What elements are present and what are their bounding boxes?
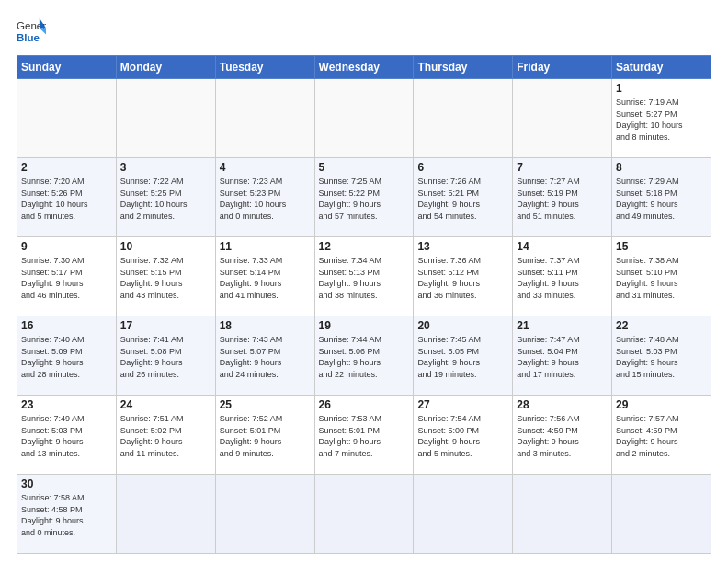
day-info: Sunrise: 7:29 AM Sunset: 5:18 PM Dayligh… [616,176,707,222]
calendar-cell: 24Sunrise: 7:51 AM Sunset: 5:02 PM Dayli… [116,396,215,475]
day-number: 8 [616,161,707,174]
calendar-cell: 22Sunrise: 7:48 AM Sunset: 5:03 PM Dayli… [612,316,711,396]
calendar-cell: 23Sunrise: 7:49 AM Sunset: 5:03 PM Dayli… [17,396,117,475]
calendar-day-header: Friday [513,56,612,79]
calendar-cell: 8Sunrise: 7:29 AM Sunset: 5:18 PM Daylig… [612,158,711,237]
day-number: 12 [319,240,410,253]
day-info: Sunrise: 7:19 AM Sunset: 5:27 PM Dayligh… [616,97,707,143]
day-info: Sunrise: 7:38 AM Sunset: 5:10 PM Dayligh… [616,255,707,301]
day-number: 6 [417,161,508,174]
day-info: Sunrise: 7:58 AM Sunset: 4:58 PM Dayligh… [21,492,112,538]
day-info: Sunrise: 7:26 AM Sunset: 5:21 PM Dayligh… [417,176,508,222]
calendar-week-row: 9Sunrise: 7:30 AM Sunset: 5:17 PM Daylig… [17,237,711,316]
day-number: 1 [616,82,707,95]
day-info: Sunrise: 7:43 AM Sunset: 5:07 PM Dayligh… [220,334,311,380]
calendar-cell: 15Sunrise: 7:38 AM Sunset: 5:10 PM Dayli… [612,237,711,316]
calendar-cell: 1Sunrise: 7:19 AM Sunset: 5:27 PM Daylig… [612,79,711,158]
page: General Blue SundayMondayTuesdayWednesda… [0,0,728,563]
day-number: 30 [21,477,112,490]
svg-text:Blue: Blue [17,32,40,43]
day-number: 24 [120,398,211,411]
calendar-cell [116,475,215,554]
calendar-cell [314,475,414,554]
day-info: Sunrise: 7:34 AM Sunset: 5:13 PM Dayligh… [319,255,410,301]
calendar-cell: 30Sunrise: 7:58 AM Sunset: 4:58 PM Dayli… [17,475,117,554]
day-number: 16 [21,319,112,332]
calendar-cell: 16Sunrise: 7:40 AM Sunset: 5:09 PM Dayli… [17,316,117,396]
calendar-cell [215,79,314,158]
calendar-cell: 19Sunrise: 7:44 AM Sunset: 5:06 PM Dayli… [314,316,414,396]
calendar-day-header: Saturday [612,56,711,79]
calendar-week-row: 1Sunrise: 7:19 AM Sunset: 5:27 PM Daylig… [17,79,711,158]
day-number: 14 [517,240,608,253]
day-number: 27 [417,398,508,411]
calendar-cell: 17Sunrise: 7:41 AM Sunset: 5:08 PM Dayli… [116,316,215,396]
calendar-cell: 12Sunrise: 7:34 AM Sunset: 5:13 PM Dayli… [314,237,414,316]
day-number: 20 [417,319,508,332]
calendar-day-header: Tuesday [215,56,314,79]
calendar-cell [513,79,612,158]
calendar-cell: 11Sunrise: 7:33 AM Sunset: 5:14 PM Dayli… [215,237,314,316]
day-info: Sunrise: 7:30 AM Sunset: 5:17 PM Dayligh… [21,255,112,301]
calendar-week-row: 2Sunrise: 7:20 AM Sunset: 5:26 PM Daylig… [17,158,711,237]
calendar-table: SundayMondayTuesdayWednesdayThursdayFrid… [17,55,711,554]
day-info: Sunrise: 7:52 AM Sunset: 5:01 PM Dayligh… [220,413,311,459]
calendar-day-header: Thursday [414,56,513,79]
calendar-day-header: Sunday [17,56,117,79]
day-info: Sunrise: 7:36 AM Sunset: 5:12 PM Dayligh… [417,255,508,301]
day-number: 26 [319,398,410,411]
calendar-cell: 29Sunrise: 7:57 AM Sunset: 4:59 PM Dayli… [612,396,711,475]
calendar-week-row: 23Sunrise: 7:49 AM Sunset: 5:03 PM Dayli… [17,396,711,475]
day-number: 17 [120,319,211,332]
calendar-cell: 14Sunrise: 7:37 AM Sunset: 5:11 PM Dayli… [513,237,612,316]
day-info: Sunrise: 7:56 AM Sunset: 4:59 PM Dayligh… [517,413,608,459]
day-info: Sunrise: 7:40 AM Sunset: 5:09 PM Dayligh… [21,334,112,380]
day-info: Sunrise: 7:20 AM Sunset: 5:26 PM Dayligh… [21,176,112,222]
day-info: Sunrise: 7:57 AM Sunset: 4:59 PM Dayligh… [616,413,707,459]
calendar-cell: 28Sunrise: 7:56 AM Sunset: 4:59 PM Dayli… [513,396,612,475]
day-number: 29 [616,398,707,411]
day-number: 10 [120,240,211,253]
calendar-cell: 9Sunrise: 7:30 AM Sunset: 5:17 PM Daylig… [17,237,117,316]
day-number: 18 [220,319,311,332]
calendar-cell [612,475,711,554]
day-number: 4 [220,161,311,174]
calendar-cell: 7Sunrise: 7:27 AM Sunset: 5:19 PM Daylig… [513,158,612,237]
day-info: Sunrise: 7:27 AM Sunset: 5:19 PM Dayligh… [517,176,608,222]
calendar-cell: 6Sunrise: 7:26 AM Sunset: 5:21 PM Daylig… [414,158,513,237]
calendar-cell [17,79,117,158]
header: General Blue [17,17,711,46]
day-number: 22 [616,319,707,332]
day-info: Sunrise: 7:41 AM Sunset: 5:08 PM Dayligh… [120,334,211,380]
day-number: 13 [417,240,508,253]
day-number: 15 [616,240,707,253]
calendar-cell [414,475,513,554]
day-info: Sunrise: 7:22 AM Sunset: 5:25 PM Dayligh… [120,176,211,222]
day-number: 11 [220,240,311,253]
calendar-day-header: Monday [116,56,215,79]
calendar-cell [314,79,414,158]
logo: General Blue [17,17,46,46]
calendar-cell [116,79,215,158]
calendar-cell: 26Sunrise: 7:53 AM Sunset: 5:01 PM Dayli… [314,396,414,475]
day-number: 28 [517,398,608,411]
calendar-cell [215,475,314,554]
day-number: 25 [220,398,311,411]
day-number: 7 [517,161,608,174]
logo-icon: General Blue [17,17,46,46]
day-info: Sunrise: 7:33 AM Sunset: 5:14 PM Dayligh… [220,255,311,301]
calendar-cell [414,79,513,158]
calendar-cell: 25Sunrise: 7:52 AM Sunset: 5:01 PM Dayli… [215,396,314,475]
day-number: 2 [21,161,112,174]
day-number: 3 [120,161,211,174]
day-info: Sunrise: 7:23 AM Sunset: 5:23 PM Dayligh… [220,176,311,222]
day-info: Sunrise: 7:47 AM Sunset: 5:04 PM Dayligh… [517,334,608,380]
calendar-cell: 5Sunrise: 7:25 AM Sunset: 5:22 PM Daylig… [314,158,414,237]
day-info: Sunrise: 7:51 AM Sunset: 5:02 PM Dayligh… [120,413,211,459]
calendar-day-header: Wednesday [314,56,414,79]
day-info: Sunrise: 7:32 AM Sunset: 5:15 PM Dayligh… [120,255,211,301]
day-number: 23 [21,398,112,411]
day-info: Sunrise: 7:25 AM Sunset: 5:22 PM Dayligh… [319,176,410,222]
calendar-cell: 27Sunrise: 7:54 AM Sunset: 5:00 PM Dayli… [414,396,513,475]
calendar-week-row: 16Sunrise: 7:40 AM Sunset: 5:09 PM Dayli… [17,316,711,396]
